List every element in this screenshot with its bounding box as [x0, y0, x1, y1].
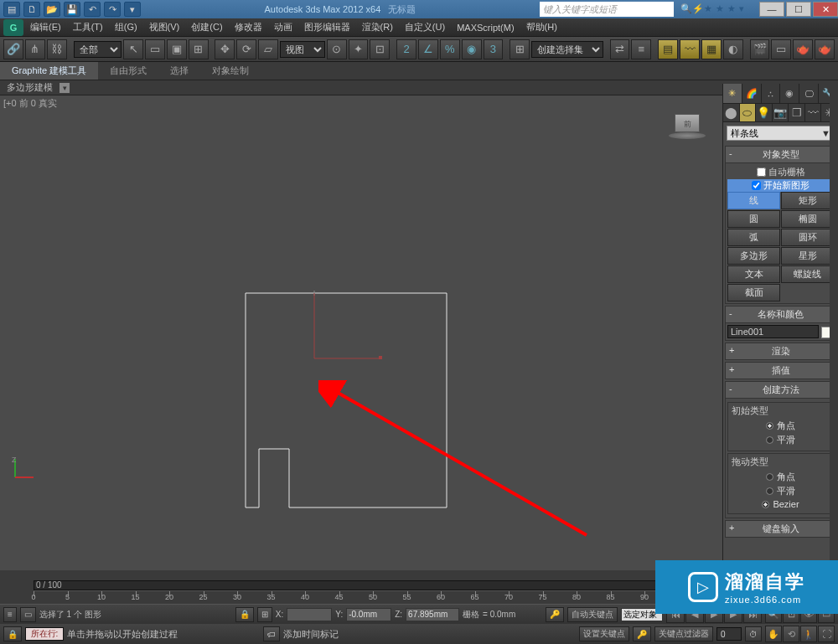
mirror-icon[interactable]: ⇄ — [610, 39, 630, 59]
curve-editor-icon[interactable]: 〰 — [680, 39, 700, 59]
qat-undo-icon[interactable]: ↶ — [84, 2, 101, 17]
snap-percent-icon[interactable]: % — [440, 39, 460, 59]
menu-views[interactable]: 视图(V) — [144, 18, 185, 36]
refcoord-select[interactable]: 视图 — [280, 41, 325, 58]
material-icon[interactable]: ◐ — [723, 39, 743, 59]
x-coord-field[interactable] — [287, 608, 332, 621]
rollout-keyboard[interactable]: +键盘输入 — [725, 520, 836, 538]
select-icon[interactable]: ↖ — [123, 39, 143, 59]
ribbon-tab-paint[interactable]: 对象绘制 — [200, 62, 261, 80]
tab-motion-icon[interactable]: ◉ — [780, 84, 799, 103]
unlink-icon[interactable]: ⋔ — [25, 39, 45, 59]
menu-group[interactable]: 组(G) — [110, 18, 142, 36]
rollout-create-method[interactable]: -创建方法 — [725, 381, 836, 399]
tab-hierarchy-icon[interactable]: ⛬ — [762, 84, 781, 103]
rollout-name-color[interactable]: -名称和颜色 — [725, 306, 836, 323]
keymode-icon[interactable]: ⊡ — [370, 39, 390, 59]
minimize-button[interactable]: — — [759, 2, 784, 17]
ribbon-tab-selection[interactable]: 选择 — [158, 62, 200, 80]
drag-smooth-radio[interactable]: 平滑 — [732, 484, 830, 498]
render-frame-icon[interactable]: ▭ — [771, 39, 791, 59]
cat-geometry-icon[interactable]: ⬤ — [723, 104, 740, 121]
render-setup-icon[interactable]: 🎬 — [750, 39, 770, 59]
time-slider[interactable]: 0 / 100 05101520253035404550556065707580… — [0, 579, 722, 604]
close-button[interactable]: ✕ — [813, 2, 838, 17]
prompt-lock-icon[interactable]: 🔒 — [3, 626, 22, 641]
listener-icon[interactable]: ▭ — [20, 607, 36, 622]
shape-donut-button[interactable]: 圆环 — [781, 229, 834, 246]
viewcube[interactable]: 前 — [669, 114, 706, 142]
bind-icon[interactable]: ⛓ — [47, 39, 67, 59]
maximize-button[interactable]: ☐ — [786, 2, 811, 17]
lock-selection-icon[interactable]: 🔒 — [235, 607, 254, 622]
tab-display-icon[interactable]: 🖵 — [799, 84, 819, 103]
ribbon-expand-icon[interactable]: ▾ — [59, 83, 70, 93]
move-icon[interactable]: ✥ — [215, 39, 235, 59]
qat-open-icon[interactable]: 📂 — [44, 2, 60, 17]
shape-arc-button[interactable]: 弧 — [727, 229, 780, 246]
shape-star-button[interactable]: 星形 — [781, 247, 834, 265]
manip-icon[interactable]: ✦ — [349, 39, 369, 59]
shape-text-button[interactable]: 文本 — [727, 265, 780, 283]
scale-icon[interactable]: ▱ — [258, 39, 278, 59]
menu-tools[interactable]: 工具(T) — [68, 18, 108, 36]
initial-corner-radio[interactable]: 角点 — [732, 419, 830, 433]
rollout-object-type[interactable]: -对象类型 — [725, 146, 836, 163]
snap-3-icon[interactable]: 3 — [484, 39, 504, 59]
menu-customize[interactable]: 自定义(U) — [400, 18, 450, 36]
shape-circle-button[interactable]: 圆 — [727, 210, 780, 228]
pivot-icon[interactable]: ⊙ — [327, 39, 347, 59]
drag-bezier-radio[interactable]: Bezier — [732, 498, 830, 510]
nav-maximize-icon[interactable]: ⛶ — [818, 626, 835, 642]
selection-filter-select[interactable]: 全部 — [74, 41, 122, 58]
menu-maxscript[interactable]: MAXScript(M) — [452, 20, 519, 35]
qat-save-icon[interactable]: 💾 — [64, 2, 80, 17]
initial-smooth-radio[interactable]: 平滑 — [732, 433, 830, 447]
menu-edit[interactable]: 编辑(E) — [25, 18, 66, 36]
abs-rel-icon[interactable]: ⊞ — [257, 607, 272, 622]
render-icon[interactable]: 🫖 — [793, 39, 813, 59]
cat-shapes-icon[interactable]: ⬭ — [740, 104, 757, 121]
named-selset-input[interactable]: 创建选择集 — [531, 41, 603, 58]
shape-section-button[interactable]: 截面 — [727, 284, 780, 301]
menu-create[interactable]: 创建(C) — [186, 18, 227, 36]
time-config-icon[interactable]: 🔑 — [546, 607, 564, 622]
shape-ngon-button[interactable]: 多边形 — [727, 247, 780, 265]
infocenter-icons[interactable]: 🔍⚡★★★▾ — [680, 3, 751, 15]
current-frame-field[interactable]: 0 — [716, 627, 742, 641]
select-name-icon[interactable]: ▭ — [145, 39, 165, 59]
qat-more-icon[interactable]: ▾ — [124, 2, 141, 17]
qat-redo-icon[interactable]: ↷ — [104, 2, 121, 17]
subcategory-select[interactable]: 样条线▼ — [727, 126, 835, 141]
shape-line-button[interactable]: 线 — [727, 192, 780, 209]
rollout-interp[interactable]: +插值 — [725, 362, 836, 379]
menu-modifiers[interactable]: 修改器 — [230, 18, 267, 36]
cat-spacewarps-icon[interactable]: 〰 — [805, 104, 822, 121]
ribbon-tab-graphite[interactable]: Graphite 建模工具 — [0, 62, 98, 80]
object-name-input[interactable] — [727, 325, 819, 338]
window-crossing-icon[interactable]: ⊞ — [189, 39, 209, 59]
menu-graph[interactable]: 图形编辑器 — [299, 18, 355, 36]
cat-lights-icon[interactable]: 💡 — [756, 104, 773, 121]
viewport-shape-line001[interactable] — [246, 293, 463, 521]
maxscript-mini-icon[interactable]: ≡ — [3, 607, 17, 622]
menu-animation[interactable]: 动画 — [269, 18, 297, 36]
snap-spinner-icon[interactable]: ◉ — [462, 39, 482, 59]
qat-new-icon[interactable]: 🗋 — [23, 2, 40, 17]
keyfilter-button[interactable]: 关键点过滤器 — [654, 626, 713, 641]
autogrid-checkbox[interactable]: 自动栅格 — [727, 165, 834, 179]
shape-rectangle-button[interactable]: 矩形 — [781, 192, 834, 209]
viewport-hscrollbar[interactable] — [0, 570, 714, 579]
app-menu-icon[interactable]: ▤ — [3, 2, 20, 17]
tab-create-icon[interactable]: ✳ — [723, 84, 742, 103]
panel-scrollbar[interactable] — [830, 84, 838, 579]
setkey-button[interactable]: 设置关键点 — [579, 626, 629, 641]
snap-angle-icon[interactable]: ∠ — [418, 39, 438, 59]
rotate-icon[interactable]: ⟳ — [236, 39, 256, 59]
y-coord-field[interactable]: -0.0mm — [346, 608, 391, 621]
time-config2-icon[interactable]: ⏱ — [745, 626, 762, 641]
viewport[interactable]: [+0 前 0 真实 前 z — [0, 95, 722, 579]
nav-walk-icon[interactable]: 🚶 — [800, 626, 817, 642]
viewport-label[interactable]: [+0 前 0 真实 — [3, 97, 57, 110]
snap-2d-icon[interactable]: 2 — [396, 39, 416, 59]
